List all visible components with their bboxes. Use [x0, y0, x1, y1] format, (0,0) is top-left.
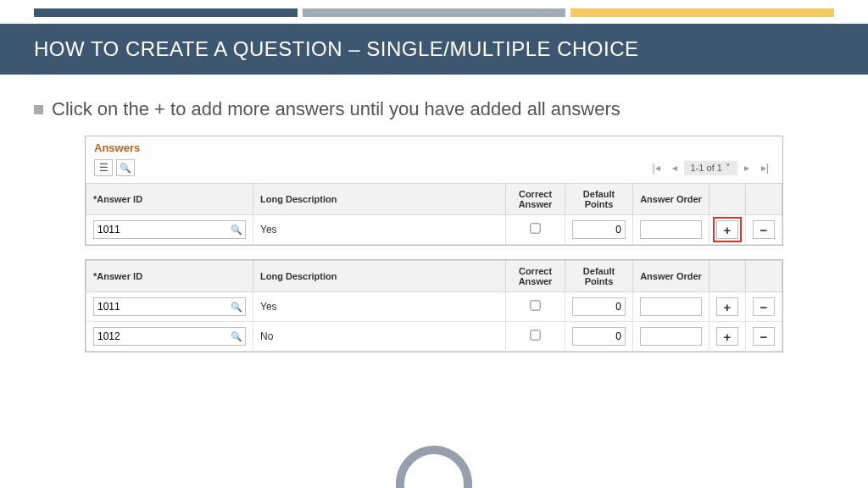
col-answer-id: *Answer ID [86, 261, 253, 292]
answer-row: Yes + − [86, 292, 782, 322]
answer-row: Yes + − [86, 215, 782, 245]
answer-id-lookup[interactable] [93, 327, 246, 346]
answer-id-input[interactable] [94, 298, 228, 315]
correct-answer-checkbox[interactable] [530, 300, 540, 310]
answers-heading: Answers [86, 136, 782, 156]
instruction-bullet: Click on the + to add more answers until… [34, 98, 834, 120]
last-page-icon[interactable]: ▸| [756, 162, 774, 174]
col-long-desc: Long Description [253, 184, 506, 215]
col-points: Default Points [565, 184, 633, 215]
answers-toolbar: ☰ |◂ ◂ 1-1 of 1 ˅ ▸ ▸| [86, 156, 782, 183]
answer-desc: No [253, 322, 506, 352]
default-points-input[interactable] [572, 220, 626, 239]
grid-header-row: *Answer ID Long Description Correct Answ… [86, 184, 782, 215]
col-remove [746, 261, 782, 292]
col-remove [746, 184, 782, 215]
accent-segment-dark [34, 8, 298, 17]
chevron-down-icon: ˅ [726, 163, 731, 174]
lookup-icon[interactable] [228, 298, 245, 315]
col-add [709, 261, 746, 292]
prev-page-icon[interactable]: ◂ [667, 162, 682, 174]
answers-grid: *Answer ID Long Description Correct Answ… [86, 183, 782, 245]
col-long-desc: Long Description [253, 261, 506, 292]
remove-row-button[interactable]: − [753, 220, 775, 239]
col-add [709, 184, 746, 215]
grid-options-button[interactable]: ☰ [94, 159, 113, 176]
answer-id-lookup[interactable] [93, 220, 246, 239]
page-count-text: 1-1 of 1 [691, 163, 722, 173]
pager: |◂ ◂ 1-1 of 1 ˅ ▸ ▸| [647, 161, 774, 175]
default-points-input[interactable] [572, 327, 626, 346]
answers-grid-after: *Answer ID Long Description Correct Answ… [86, 260, 782, 352]
accent-segment-gold [570, 8, 834, 17]
answers-panel-before: Answers ☰ |◂ ◂ 1-1 of 1 ˅ ▸ ▸| *Answer I… [85, 136, 783, 246]
default-points-input[interactable] [572, 297, 626, 316]
remove-row-button[interactable]: − [753, 297, 775, 316]
bullet-icon [34, 105, 43, 114]
col-correct: Correct Answer [506, 184, 565, 215]
next-page-icon[interactable]: ▸ [739, 162, 754, 174]
grid-header-row: *Answer ID Long Description Correct Answ… [86, 261, 782, 292]
answer-order-input[interactable] [640, 297, 702, 316]
answers-panel-after: *Answer ID Long Description Correct Answ… [85, 259, 783, 352]
col-points: Default Points [565, 261, 633, 292]
answer-order-input[interactable] [640, 327, 702, 346]
col-order: Answer Order [633, 261, 709, 292]
col-answer-id: *Answer ID [86, 184, 253, 215]
answer-desc: Yes [253, 215, 506, 245]
answer-row: No + − [86, 322, 782, 352]
answer-id-input[interactable] [94, 328, 228, 345]
answer-order-input[interactable] [640, 220, 702, 239]
add-row-button[interactable]: + [716, 327, 738, 346]
correct-answer-checkbox[interactable] [530, 330, 540, 340]
answer-id-input[interactable] [94, 221, 228, 238]
answer-desc: Yes [253, 292, 506, 322]
page-count[interactable]: 1-1 of 1 ˅ [684, 161, 737, 175]
instruction-text: Click on the + to add more answers until… [52, 98, 620, 120]
correct-answer-checkbox[interactable] [530, 223, 540, 233]
remove-row-button[interactable]: − [753, 327, 775, 346]
add-row-button[interactable]: + [716, 297, 738, 316]
add-row-button[interactable]: + [716, 220, 738, 239]
lookup-icon[interactable] [228, 328, 245, 345]
answer-id-lookup[interactable] [93, 297, 246, 316]
page-title: HOW TO CREATE A QUESTION – SINGLE/MULTIP… [0, 24, 868, 75]
search-button[interactable] [116, 159, 135, 176]
accent-segment-grey [303, 8, 566, 17]
top-accent-bar [34, 8, 834, 17]
col-correct: Correct Answer [506, 261, 565, 292]
first-page-icon[interactable]: |◂ [647, 162, 665, 174]
lookup-icon[interactable] [228, 221, 245, 238]
col-order: Answer Order [633, 184, 709, 215]
state-seal-decoration [396, 446, 472, 488]
